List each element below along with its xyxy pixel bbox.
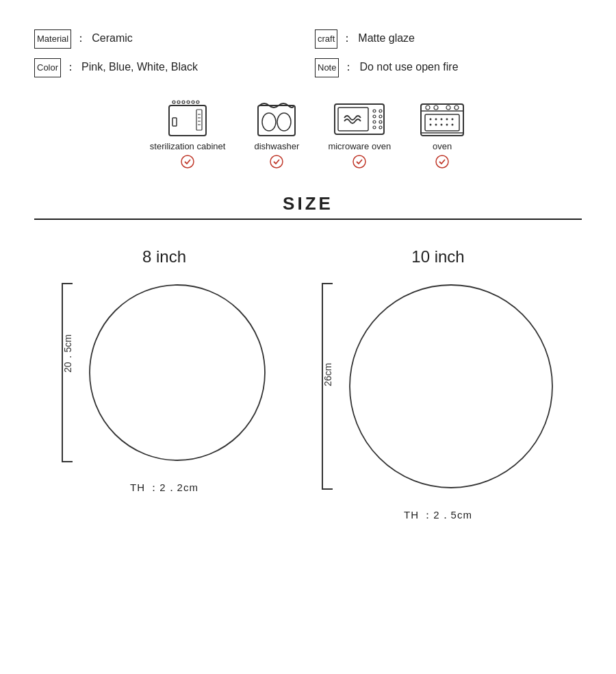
size-items: 8 inch 20．5cm TH ：2．2cm 10 inch 26c [34, 247, 582, 522]
svg-rect-7 [172, 118, 177, 126]
svg-rect-6 [169, 105, 206, 136]
svg-point-21 [379, 110, 382, 112]
size-divider [34, 219, 582, 220]
8inch-bracket-icon: 20．5cm [59, 280, 79, 465]
svg-point-51 [350, 285, 552, 488]
size-item-8inch: 8 inch 20．5cm TH ：2．2cm [59, 247, 270, 495]
dishwasher-label: dishwasher [255, 141, 300, 151]
sterilization-cabinet-label: sterilization cabinet [150, 141, 226, 151]
svg-point-5 [196, 101, 199, 103]
svg-point-0 [172, 101, 175, 103]
svg-point-32 [434, 105, 438, 110]
size-section: SIZE 8 inch 20．5cm TH ：2．2cm 10 inch [34, 193, 582, 522]
craft-colon: ： [342, 27, 352, 49]
svg-point-20 [373, 110, 376, 112]
dishwasher-check [269, 154, 284, 173]
8inch-label: 8 inch [142, 247, 186, 266]
size-item-10inch: 10 inch 26cm TH ：2．5cm [319, 247, 557, 522]
svg-point-25 [379, 121, 382, 123]
color-value: Pink, Blue, White, Black [81, 56, 198, 78]
svg-point-16 [277, 113, 291, 131]
craft-value: Matte glaze [358, 27, 415, 49]
oven-check [435, 154, 450, 173]
svg-point-44 [446, 124, 448, 126]
color-colon: ： [65, 56, 76, 78]
svg-point-33 [446, 105, 450, 110]
oven-label: oven [433, 141, 452, 151]
svg-text:26cm: 26cm [322, 363, 333, 386]
icons-section: sterilization cabinet dishwasher [34, 99, 582, 173]
8inch-circle-icon [85, 280, 270, 465]
10inch-label: 10 inch [411, 247, 464, 266]
svg-point-15 [262, 113, 276, 131]
sterilization-cabinet-icon [164, 99, 211, 138]
svg-rect-14 [258, 105, 295, 136]
size-title: SIZE [34, 193, 582, 214]
microwave-oven-icon [332, 99, 387, 138]
svg-point-31 [426, 105, 430, 110]
icon-oven: oven [418, 99, 466, 173]
note-label: Note [315, 58, 339, 77]
sterilization-cabinet-check [180, 154, 195, 173]
microwave-check [352, 154, 367, 173]
dishwasher-icon [253, 99, 300, 138]
svg-point-37 [435, 118, 437, 121]
color-row: Color ： Pink, Blue, White, Black [34, 56, 301, 78]
svg-point-28 [353, 155, 365, 168]
note-row: Note ： Do not use open fire [315, 56, 582, 78]
10inch-th-label: TH ：2．5cm [404, 509, 472, 522]
8inch-th-label: TH ：2．2cm [130, 482, 198, 495]
note-colon: ： [343, 56, 354, 78]
svg-point-26 [373, 126, 376, 129]
icon-dishwasher: dishwasher [253, 99, 300, 173]
svg-point-41 [430, 124, 432, 126]
svg-rect-8 [196, 110, 202, 130]
craft-label: craft [315, 29, 337, 49]
svg-point-45 [452, 124, 454, 126]
svg-point-2 [182, 101, 185, 103]
10inch-bracket-icon: 26cm [319, 280, 339, 492]
10inch-circle-icon [345, 280, 557, 492]
svg-point-39 [446, 118, 448, 121]
svg-point-13 [181, 155, 194, 168]
svg-point-24 [373, 121, 376, 123]
material-value: Ceramic [92, 27, 133, 49]
svg-point-22 [373, 115, 376, 118]
svg-point-3 [187, 101, 190, 103]
svg-point-43 [441, 124, 443, 126]
oven-icon [418, 99, 466, 138]
svg-point-36 [430, 118, 432, 121]
icon-microwave-oven: microware oven [328, 99, 391, 173]
microwave-label: microware oven [328, 141, 391, 151]
svg-point-38 [441, 118, 443, 121]
craft-row: craft ： Matte glaze [315, 27, 582, 49]
8inch-diagram: 20．5cm [59, 280, 270, 465]
svg-point-34 [454, 105, 459, 110]
svg-point-27 [379, 126, 382, 129]
note-value: Do not use open fire [359, 56, 458, 78]
svg-text:20．5cm: 20．5cm [62, 334, 73, 373]
color-label: Color [34, 58, 61, 77]
svg-point-1 [177, 101, 180, 103]
material-label: Material [34, 29, 71, 49]
svg-point-49 [90, 285, 265, 460]
svg-point-23 [379, 115, 382, 118]
info-grid: Material ： Ceramic craft ： Matte glaze C… [34, 27, 582, 78]
svg-point-42 [435, 124, 437, 126]
material-colon: ： [75, 27, 86, 49]
svg-point-17 [270, 155, 283, 168]
svg-point-40 [452, 118, 454, 121]
icon-sterilization-cabinet: sterilization cabinet [150, 99, 226, 173]
svg-rect-35 [425, 114, 459, 131]
material-row: Material ： Ceramic [34, 27, 301, 49]
svg-point-4 [192, 101, 194, 103]
10inch-diagram: 26cm [319, 280, 557, 492]
svg-point-47 [436, 155, 448, 168]
